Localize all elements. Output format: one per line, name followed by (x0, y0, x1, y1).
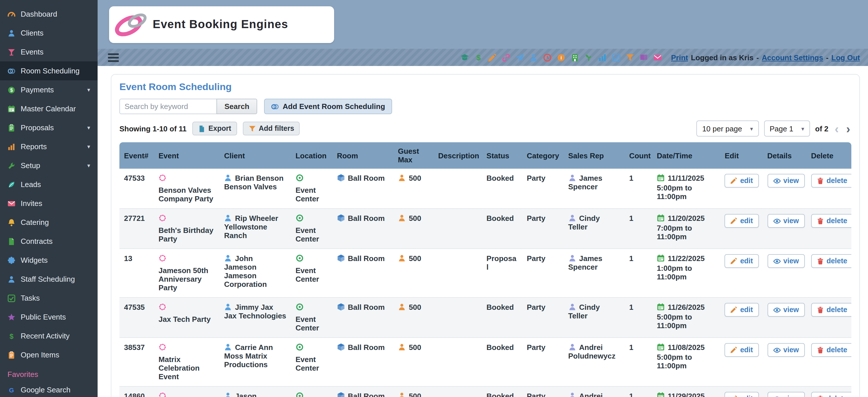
sidebar-item-dashboard[interactable]: Dashboard (0, 5, 98, 24)
cell-delete: delete (806, 387, 851, 397)
edit-button[interactable]: edit (725, 254, 758, 268)
cell-count: 1 (625, 298, 652, 338)
search-input[interactable] (119, 99, 216, 114)
sidebar-item-proposals[interactable]: Proposals▾ (0, 118, 98, 137)
clock-icon[interactable] (543, 53, 552, 62)
plane-icon[interactable] (516, 53, 524, 62)
column-header-event[interactable]: Event# (119, 142, 154, 169)
delete-button[interactable]: delete (811, 214, 851, 228)
delete-button[interactable]: delete (811, 254, 851, 268)
table-row: 14860 Statham Industries Company Party J… (119, 387, 851, 397)
sidebar-item-staff-scheduling[interactable]: Staff Scheduling (0, 270, 98, 289)
column-header-room[interactable]: Room (332, 142, 393, 169)
column-header-date-time[interactable]: Date/Time (652, 142, 720, 169)
sidebar-item-recent-activity[interactable]: $Recent Activity (0, 326, 98, 345)
chart-icon[interactable] (598, 53, 607, 62)
funnel-icon[interactable] (626, 53, 634, 62)
book-icon[interactable] (640, 53, 648, 62)
sidebar-item-setup[interactable]: Setup▾ (0, 156, 98, 175)
edit-button[interactable]: edit (725, 343, 758, 357)
person-icon[interactable] (529, 53, 538, 62)
delete-button[interactable]: delete (811, 392, 851, 397)
edit-button[interactable]: edit (725, 214, 758, 228)
sidebar-item-widgets[interactable]: Widgets (0, 251, 98, 270)
logout-link[interactable]: Log Out (831, 53, 860, 62)
view-button[interactable]: view (767, 303, 805, 317)
column-header-location[interactable]: Location (291, 142, 332, 169)
prev-page-icon[interactable]: ‹ (834, 123, 840, 135)
plant-icon[interactable] (584, 53, 593, 62)
column-header-sales-rep[interactable]: Sales Rep (563, 142, 624, 169)
sidebar-item-catering[interactable]: Catering (0, 213, 98, 232)
dollar-icon[interactable]: $ (474, 53, 483, 62)
delete-button[interactable]: delete (811, 174, 851, 188)
sidebar-item-open-items[interactable]: Open Items (0, 345, 98, 364)
separator-dash: - (826, 53, 829, 62)
sidebar-item-master-calendar[interactable]: Master Calendar (0, 99, 98, 118)
search-row: Search Add Event Room Scheduling (119, 99, 851, 114)
per-page-select[interactable]: 10 per page ▾ (696, 121, 758, 136)
hamburger-menu-icon[interactable] (108, 53, 119, 62)
column-header-details[interactable]: Details (763, 142, 806, 169)
svg-text:i: i (560, 55, 562, 60)
column-header-count[interactable]: Count (625, 142, 652, 169)
sidebar-item-invites[interactable]: Invites (0, 194, 98, 213)
app-window: DashboardClientsEventsRoom Scheduling$Pa… (0, 0, 868, 397)
account-settings-link[interactable]: Account Settings (762, 53, 823, 62)
column-header-description[interactable]: Description (433, 142, 482, 169)
page-select[interactable]: Page 1 ▾ (764, 121, 810, 136)
sidebar-item-leads[interactable]: Leads (0, 175, 98, 194)
header-band: Event Booking Engines (98, 0, 868, 49)
graduation-cap-icon[interactable] (460, 53, 469, 62)
column-header-category[interactable]: Category (522, 142, 563, 169)
view-button[interactable]: view (767, 174, 805, 188)
cell-event: Beth's Birthday Party (154, 209, 220, 249)
sidebar-item-tasks[interactable]: Tasks (0, 289, 98, 307)
link-icon[interactable] (502, 53, 510, 62)
pencil-icon[interactable] (488, 53, 497, 62)
guest-person-icon (398, 174, 406, 182)
column-header-event[interactable]: Event (154, 142, 220, 169)
sidebar-item-public-events[interactable]: Public Events (0, 307, 98, 326)
sidebar-item-reports[interactable]: Reports▾ (0, 137, 98, 156)
building-icon[interactable] (570, 53, 579, 62)
cell-details: view (763, 298, 806, 338)
sidebar-item-events[interactable]: Events (0, 42, 98, 61)
search-button[interactable]: Search (216, 99, 257, 114)
print-link[interactable]: Print (671, 53, 688, 62)
column-header-status[interactable]: Status (482, 142, 522, 169)
delete-button[interactable]: delete (811, 303, 851, 317)
next-page-icon[interactable]: › (845, 123, 851, 135)
funnel-icon (248, 125, 256, 132)
add-filters-button[interactable]: Add filters (243, 122, 300, 135)
column-header-guest-max[interactable]: Guest Max (393, 142, 433, 169)
pencil-icon (731, 218, 737, 224)
sidebar-item-contracts[interactable]: Contracts (0, 232, 98, 251)
sidebar-item-google-search[interactable]: GGoogle Search (0, 381, 98, 397)
column-header-edit[interactable]: Edit (720, 142, 763, 169)
cell-edit: edit (720, 338, 763, 387)
delete-button[interactable]: delete (811, 343, 851, 357)
view-button[interactable]: view (767, 392, 805, 397)
cell-count: 1 (625, 209, 652, 249)
chevron-down-icon: ▾ (87, 143, 90, 150)
edit-button[interactable]: edit (725, 303, 758, 317)
column-header-client[interactable]: Client (220, 142, 291, 169)
view-button[interactable]: view (767, 343, 805, 357)
sidebar-item-clients[interactable]: Clients (0, 24, 98, 42)
mail-icon[interactable] (653, 53, 662, 62)
event-dotted-ring-icon (158, 214, 215, 224)
check-icon[interactable] (612, 53, 621, 62)
add-event-room-scheduling-button[interactable]: Add Event Room Scheduling (265, 99, 392, 114)
account-links: Print Logged in as Kris - Account Settin… (671, 53, 860, 62)
info-icon[interactable]: i (557, 53, 565, 62)
view-button[interactable]: view (767, 214, 805, 228)
sidebar-item-payments[interactable]: $Payments▾ (0, 80, 98, 99)
export-button[interactable]: Export (192, 122, 237, 135)
event-dotted-ring-icon (158, 343, 215, 353)
column-header-delete[interactable]: Delete (806, 142, 851, 169)
view-button[interactable]: view (767, 254, 805, 268)
edit-button[interactable]: edit (725, 392, 758, 397)
sidebar-item-room-scheduling[interactable]: Room Scheduling (0, 61, 98, 80)
edit-button[interactable]: edit (725, 174, 758, 188)
